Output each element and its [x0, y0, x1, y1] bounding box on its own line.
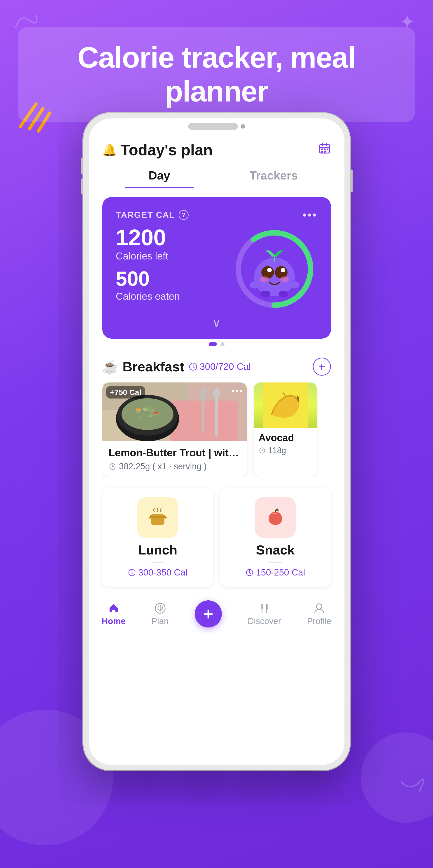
svg-point-20: [281, 268, 285, 272]
calorie-card-menu[interactable]: •••: [303, 209, 318, 221]
breakfast-header: ☕ Breakfast 300/720 Cal +: [102, 358, 331, 376]
calorie-content: 1200 Calories left 500 Calories eaten: [116, 226, 318, 312]
svg-point-24: [289, 281, 299, 288]
food-cards-row: +750 Cal ••• Lemon-Butter Trout | with A…: [102, 382, 331, 477]
svg-rect-49: [154, 412, 158, 414]
lunch-icon-bg: [137, 497, 178, 538]
breakfast-cal-badge: 300/720 Cal: [189, 361, 251, 372]
dot-1: [209, 342, 217, 346]
svg-rect-7: [321, 149, 323, 150]
food-name-avocado: Avocad: [259, 432, 312, 443]
breakfast-header-left: ☕ Breakfast 300/720 Cal: [102, 359, 251, 375]
bg-squiggle-bottom-right: [397, 778, 424, 805]
app-title: Calorie tracker, meal planner: [36, 41, 397, 108]
svg-rect-8: [324, 149, 326, 150]
svg-point-25: [260, 291, 270, 297]
food-weight-avocado: 118g: [259, 446, 312, 455]
nav-profile[interactable]: Profile: [307, 602, 331, 626]
svg-point-39: [122, 398, 173, 430]
phone-power-button: [350, 169, 353, 192]
calorie-card-header: TARGET CAL ? •••: [116, 209, 318, 221]
discover-icon: [258, 602, 271, 615]
food-more-button[interactable]: •••: [232, 386, 243, 396]
nav-plan[interactable]: Plan: [152, 602, 169, 626]
profile-label: Profile: [307, 616, 331, 626]
snack-icon-bg: [255, 497, 296, 538]
nav-discover[interactable]: Discover: [247, 602, 281, 626]
food-weight-text-trout: 382.25g ( x1 · serving ): [119, 462, 207, 471]
svg-rect-34: [203, 387, 205, 401]
food-weight-trout: 382.25g ( x1 · serving ): [109, 462, 240, 471]
header-left: 🔔 Today's plan: [102, 141, 213, 159]
app-content: 🔔 Today's plan: [89, 132, 344, 765]
bottom-nav: Home Plan +: [89, 596, 344, 637]
profile-icon: [313, 602, 326, 615]
phone-volume-up: [80, 158, 83, 174]
svg-rect-9: [327, 149, 328, 150]
svg-rect-48: [147, 407, 151, 409]
tab-day[interactable]: Day: [102, 163, 216, 188]
lunch-cal-range: 300-350 Cal: [138, 567, 188, 578]
food-cal-overlay: +750 Cal: [106, 386, 145, 399]
phone-notch-area: [89, 119, 344, 132]
add-button[interactable]: +: [195, 600, 222, 627]
calories-left-label: Calories left: [116, 250, 232, 262]
bell-icon: 🔔: [102, 143, 117, 157]
dot-indicators: [89, 342, 344, 346]
snack-card[interactable]: Snack 150-250 Cal: [220, 488, 331, 587]
food-card-info-trout: Lemon-Butter Trout | with Aspa... 382.25…: [102, 441, 247, 477]
breakfast-cal-range: 300/720 Cal: [200, 361, 251, 372]
svg-rect-55: [164, 517, 167, 519]
app-header: 🔔 Today's plan: [89, 132, 344, 163]
svg-point-19: [267, 268, 272, 272]
hero-card: Calorie tracker, meal planner: [18, 27, 415, 122]
svg-point-26: [278, 291, 289, 297]
tab-trackers[interactable]: Trackers: [216, 163, 331, 188]
food-card-avocado[interactable]: Avocad 118g: [254, 382, 317, 477]
lunch-divider: [151, 562, 164, 563]
phone-mockup: 🔔 Today's plan: [84, 113, 350, 770]
svg-rect-53: [152, 514, 163, 516]
phone-volume-down: [80, 179, 83, 194]
home-label: Home: [102, 616, 126, 626]
breakfast-label: Breakfast: [123, 359, 185, 375]
svg-rect-33: [201, 387, 202, 401]
chevron-down-icon[interactable]: ∨: [212, 316, 221, 330]
lunch-cal: 300-350 Cal: [128, 567, 188, 578]
lunch-card[interactable]: Lunch 300-350 Cal: [102, 488, 213, 587]
food-card-trout[interactable]: +750 Cal ••• Lemon-Butter Trout | with A…: [102, 382, 247, 477]
meal-plan-row: Lunch 300-350 Cal: [102, 488, 331, 587]
svg-point-62: [317, 604, 322, 609]
food-card-side-info: Avocad 118g: [254, 428, 317, 460]
plan-label: Plan: [152, 616, 169, 626]
phone-inner: 🔔 Today's plan: [89, 119, 344, 765]
dot-2: [221, 342, 225, 346]
app-tabs: Day Trackers: [102, 163, 331, 188]
snack-cal: 150-250 Cal: [245, 567, 305, 578]
question-icon[interactable]: ?: [179, 210, 189, 220]
calories-left-number: 1200: [116, 226, 232, 249]
svg-point-21: [260, 276, 269, 282]
food-img-avocado: [254, 382, 317, 428]
food-name-trout: Lemon-Butter Trout | with Aspa...: [109, 447, 240, 459]
snack-cal-range: 150-250 Cal: [256, 567, 305, 578]
food-img-container-trout: +750 Cal •••: [102, 382, 247, 441]
target-cal-label: TARGET CAL ?: [116, 210, 189, 220]
discover-label: Discover: [247, 616, 281, 626]
phone-notch: [188, 123, 238, 130]
breakfast-add-button[interactable]: +: [313, 358, 331, 376]
berry-mascot: [243, 237, 306, 301]
phone-outer: 🔔 Today's plan: [84, 113, 350, 770]
calories-eaten-number: 500: [116, 269, 232, 289]
lunch-label: Lunch: [138, 542, 177, 557]
svg-point-36: [213, 388, 220, 398]
phone-camera: [240, 124, 245, 129]
calendar-icon[interactable]: [318, 142, 331, 158]
calories-eaten-label: Calories eaten: [116, 291, 232, 302]
food-weight-text-avocado: 118g: [268, 446, 286, 455]
nav-home[interactable]: Home: [102, 602, 126, 626]
snack-label: Snack: [256, 542, 295, 557]
svg-rect-54: [148, 517, 151, 519]
breakfast-icon: ☕: [102, 359, 118, 374]
snack-divider: [269, 562, 282, 563]
